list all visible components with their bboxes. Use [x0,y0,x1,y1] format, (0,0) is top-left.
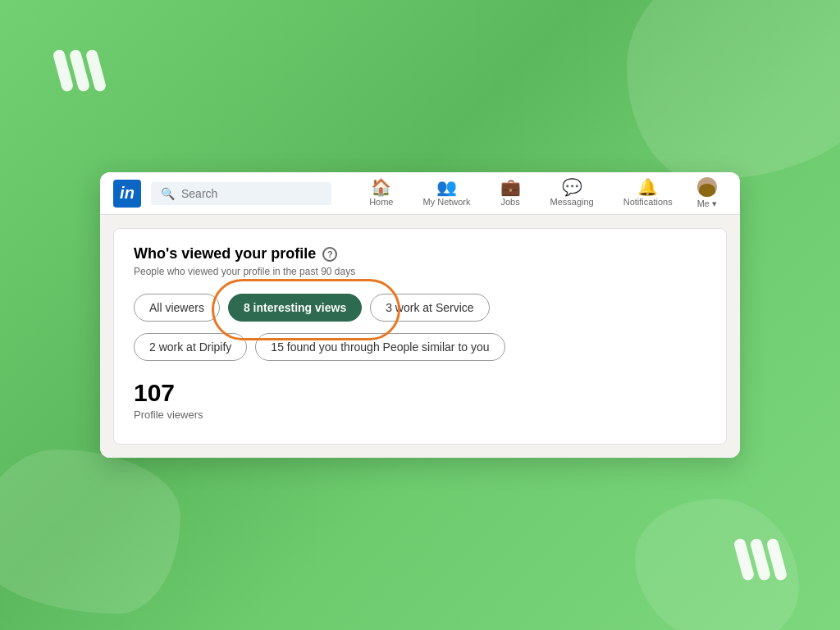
pill-people-similar[interactable]: 15 found you through People similar to y… [255,333,504,361]
slash-icon-bottom-right [738,538,783,581]
pill-work-service[interactable]: 3 work at Service [370,294,489,322]
nav-label-messaging: Messaging [550,197,594,207]
help-icon[interactable]: ? [322,247,337,262]
blob-decoration-2 [0,450,180,614]
navbar: in 🔍 🏠 Home 👥 My Network 💼 Jobs [100,172,740,215]
nav-label-notifications: Notifications [623,197,673,207]
pills-row-2: 2 work at Dripify 15 found you through P… [134,333,706,361]
jobs-icon: 💼 [500,179,521,195]
pills-row-1: All viewers 8 interesting views 3 work a… [134,294,706,322]
avatar-body [699,184,715,197]
nav-items: 🏠 Home 👥 My Network 💼 Jobs 💬 Messaging 🔔 [354,172,727,215]
nav-label-home: Home [369,197,393,207]
nav-item-notifications[interactable]: 🔔 Notifications [609,172,687,215]
main-card: in 🔍 🏠 Home 👥 My Network 💼 Jobs [100,172,740,458]
nav-label-jobs: Jobs [500,197,519,207]
blob-decoration-1 [627,0,840,180]
nav-label-my-network: My Network [422,197,470,207]
nav-item-me[interactable]: Me ▾ [687,172,727,215]
avatar [697,177,717,197]
search-bar[interactable]: 🔍 [151,182,331,205]
linkedin-logo: in [113,180,141,208]
search-icon: 🔍 [161,187,175,200]
content-area: Who's viewed your profile ? People who v… [100,215,740,458]
card-title-row: Who's viewed your profile ? [134,245,706,262]
card-title: Who's viewed your profile [134,245,316,262]
nav-item-my-network[interactable]: 👥 My Network [408,172,485,215]
background: in 🔍 🏠 Home 👥 My Network 💼 Jobs [0,0,840,630]
my-network-icon: 👥 [436,179,457,195]
home-icon: 🏠 [371,179,391,195]
nav-item-messaging[interactable]: 💬 Messaging [536,172,609,215]
search-input[interactable] [181,187,322,200]
nav-label-me: Me ▾ [697,199,717,209]
messaging-icon: 💬 [562,179,582,195]
nav-item-jobs[interactable]: 💼 Jobs [486,172,536,215]
card-subtitle: People who viewed your profile in the pa… [134,266,706,277]
nav-item-home[interactable]: 🏠 Home [354,172,408,215]
pill-interesting-views[interactable]: 8 interesting views [228,294,362,322]
profile-views-card: Who's viewed your profile ? People who v… [113,228,727,445]
slash-icon-top-left [57,49,102,92]
stats-count: 107 [134,381,706,405]
pill-work-dripify[interactable]: 2 work at Dripify [134,333,247,361]
notifications-icon: 🔔 [637,179,658,195]
stats-label: Profile viewers [134,409,706,421]
pill-all-viewers[interactable]: All viewers [134,294,220,322]
